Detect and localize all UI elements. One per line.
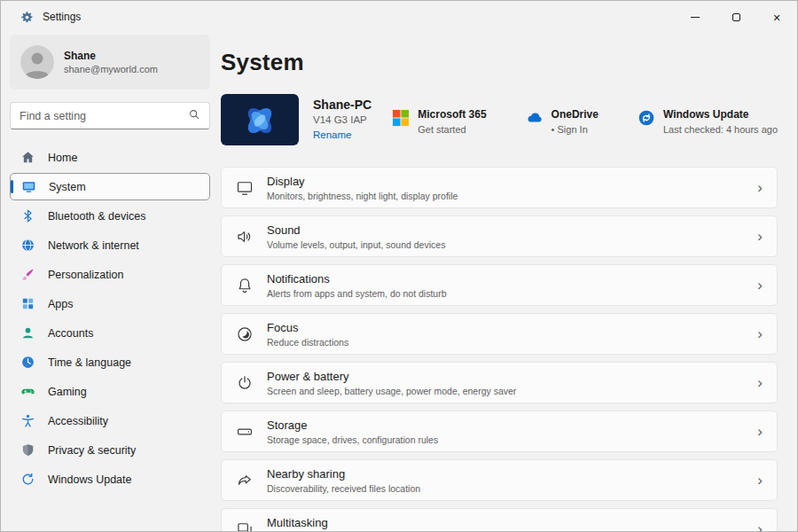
user-email: shane@myworld.com xyxy=(64,64,158,74)
settings-gear-icon xyxy=(20,11,34,24)
page-title: System xyxy=(221,49,778,76)
sidebar-item-label: Personalization xyxy=(48,269,123,281)
windows-update-status-icon xyxy=(638,109,655,127)
apps-icon xyxy=(20,296,35,311)
setting-subtitle: Storage space, drives, configuration rul… xyxy=(267,434,438,445)
sidebar-item-network-internet[interactable]: Network & internet xyxy=(10,231,210,259)
rename-link[interactable]: Rename xyxy=(313,129,351,140)
nearby-sharing-icon xyxy=(236,472,254,489)
power-battery-icon xyxy=(236,374,254,392)
chevron-right-icon xyxy=(757,521,763,532)
setting-row-nearby-sharing[interactable]: Nearby sharing Discoverability, received… xyxy=(221,459,778,501)
sidebar-item-label: Privacy & security xyxy=(48,444,136,457)
notifications-icon xyxy=(236,277,254,294)
sidebar-item-apps[interactable]: Apps xyxy=(10,290,210,317)
microsoft-365-card[interactable]: Microsoft 365 Get started xyxy=(392,108,486,135)
status-title: Windows Update xyxy=(663,108,778,121)
window-controls xyxy=(675,1,797,33)
setting-row-sound[interactable]: Sound Volume levels, output, input, soun… xyxy=(221,215,778,257)
sidebar-item-bluetooth-devices[interactable]: Bluetooth & devices xyxy=(10,202,210,230)
titlebar-left: Settings xyxy=(1,11,81,24)
sidebar-item-label: Time & language xyxy=(48,356,131,369)
chevron-right-icon xyxy=(757,375,763,391)
setting-title: Display xyxy=(267,175,458,188)
sidebar-item-time-language[interactable]: Time & language xyxy=(10,348,210,376)
settings-window: Settings Shane shane@myworld.com xyxy=(0,0,798,532)
window-title: Settings xyxy=(43,11,81,23)
minimize-button[interactable] xyxy=(675,1,716,33)
close-button[interactable] xyxy=(756,1,797,33)
titlebar: Settings xyxy=(1,1,797,33)
setting-subtitle: Monitors, brightness, night light, displ… xyxy=(267,191,458,201)
search-input[interactable] xyxy=(20,110,188,122)
privacy-security-icon xyxy=(20,442,35,458)
bluetooth-icon xyxy=(20,208,35,223)
search-box xyxy=(10,102,210,129)
setting-row-notifications[interactable]: Notifications Alerts from apps and syste… xyxy=(221,264,778,306)
sidebar-item-label: Network & internet xyxy=(48,239,139,252)
sidebar-item-accessibility[interactable]: Accessibility xyxy=(10,407,210,434)
sidebar-item-label: Accounts xyxy=(48,327,93,340)
setting-title: Sound xyxy=(267,223,445,237)
setting-title: Power & battery xyxy=(267,370,516,383)
setting-title: Focus xyxy=(267,321,348,334)
device-header: Shane-PC V14 G3 IAP Rename Microsoft 365… xyxy=(221,94,778,145)
onedrive-card[interactable]: OneDrive • Sign In xyxy=(526,108,598,135)
user-name: Shane xyxy=(64,50,158,62)
device-name: Shane-PC xyxy=(313,98,372,112)
sidebar-item-label: Gaming xyxy=(48,386,87,398)
setting-row-storage[interactable]: Storage Storage space, drives, configura… xyxy=(221,411,778,452)
chevron-right-icon xyxy=(757,229,763,245)
setting-row-focus[interactable]: Focus Reduce distractions xyxy=(221,313,778,355)
chevron-right-icon xyxy=(757,326,763,342)
setting-title: Storage xyxy=(267,419,438,432)
microsoft-365-icon xyxy=(392,109,410,127)
accessibility-icon xyxy=(20,413,35,428)
setting-subtitle: Volume levels, output, input, sound devi… xyxy=(267,239,445,250)
onedrive-icon xyxy=(526,109,544,127)
chevron-right-icon xyxy=(757,424,763,440)
window-body: Shane shane@myworld.com Home System xyxy=(1,33,797,531)
maximize-button[interactable] xyxy=(716,1,756,33)
setting-subtitle: Screen and sleep, battery usage, power m… xyxy=(267,386,516,396)
setting-row-power-battery[interactable]: Power & battery Screen and sleep, batter… xyxy=(221,362,778,403)
device-info: Shane-PC V14 G3 IAP Rename xyxy=(313,98,372,142)
setting-row-multitasking[interactable]: Multitasking Snap windows, desktops, tas… xyxy=(221,508,778,531)
sidebar-item-windows-update[interactable]: Windows Update xyxy=(10,466,210,493)
maximize-icon xyxy=(732,13,740,21)
setting-subtitle: Discoverability, received files location xyxy=(267,483,420,494)
close-icon xyxy=(772,9,780,25)
storage-icon xyxy=(236,423,254,441)
sidebar-item-label: Bluetooth & devices xyxy=(48,210,146,223)
sidebar-item-personalization[interactable]: Personalization xyxy=(10,261,210,288)
main-content: System Shane-PC V14 G3 IAP Rename xyxy=(217,33,797,531)
accounts-icon xyxy=(20,325,35,340)
search-icon xyxy=(188,108,200,124)
chevron-right-icon xyxy=(757,278,763,293)
sidebar-item-home[interactable]: Home xyxy=(10,144,210,171)
sidebar-item-accounts[interactable]: Accounts xyxy=(10,319,210,347)
minimize-icon xyxy=(691,17,700,18)
device-thumbnail xyxy=(221,94,299,145)
user-profile-card[interactable]: Shane shane@myworld.com xyxy=(10,35,210,90)
status-title: OneDrive xyxy=(552,108,598,121)
windows-update-card[interactable]: Windows Update Last checked: 4 hours ago xyxy=(638,108,778,135)
sidebar-item-privacy-security[interactable]: Privacy & security xyxy=(10,436,210,464)
display-icon xyxy=(236,179,254,197)
sidebar-item-label: Apps xyxy=(48,298,74,310)
status-subtitle: Last checked: 4 hours ago xyxy=(663,124,778,135)
avatar xyxy=(20,45,54,79)
gaming-icon xyxy=(20,384,35,399)
network-icon xyxy=(20,238,35,253)
device-model: V14 G3 IAP xyxy=(313,114,372,125)
settings-list: Display Monitors, brightness, night ligh… xyxy=(221,167,778,531)
sidebar-item-system[interactable]: System xyxy=(10,173,210,200)
personalization-icon xyxy=(20,267,35,282)
sidebar-item-gaming[interactable]: Gaming xyxy=(10,378,210,405)
setting-row-display[interactable]: Display Monitors, brightness, night ligh… xyxy=(221,167,778,208)
sound-icon xyxy=(236,228,254,246)
sidebar-item-label: Windows Update xyxy=(48,473,132,486)
home-icon xyxy=(20,150,35,165)
setting-title: Multitasking xyxy=(267,516,433,529)
chevron-right-icon xyxy=(757,180,763,196)
